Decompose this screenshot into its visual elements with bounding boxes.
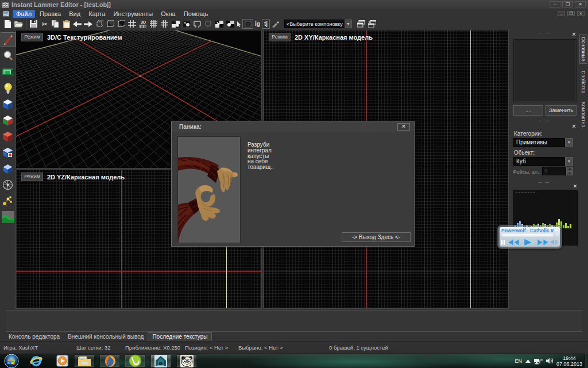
show-all-icon[interactable] <box>225 19 235 29</box>
layout-combobox-value[interactable]: <Выберите компоновку <box>284 20 345 28</box>
paste-icon[interactable] <box>61 19 72 29</box>
tab-recent-textures[interactable]: Последние текстуры <box>148 332 212 341</box>
layout-combobox-dropdown-icon[interactable]: ▼ <box>345 20 352 28</box>
player-forward-button[interactable] <box>536 239 550 246</box>
player-pause-icon[interactable] <box>501 240 505 245</box>
faces-spinner-buttons[interactable]: ▲▼ <box>566 167 573 175</box>
tray-network-icon[interactable] <box>534 358 543 365</box>
menu-edit[interactable]: Правка <box>36 10 64 18</box>
decal-tool-icon[interactable] <box>1 145 15 159</box>
block-tool-icon[interactable] <box>1 97 15 111</box>
smaller-grid-icon[interactable] <box>148 19 159 29</box>
toggle-texture-tool-icon[interactable] <box>1 113 15 127</box>
object-combobox-dropdown-icon[interactable]: ▼ <box>565 157 573 166</box>
apply-current-texture-icon[interactable] <box>192 19 203 29</box>
menu-help[interactable]: Помощь <box>180 10 212 18</box>
player-arrows-icon[interactable]: ▲▼ <box>555 228 559 237</box>
taskbar-media-player-icon[interactable] <box>52 354 73 367</box>
tray-clock[interactable]: 19:44 07.06.2013 <box>556 355 582 367</box>
texture-application-icon[interactable] <box>170 19 181 29</box>
taskbar-ie-icon[interactable] <box>26 354 47 367</box>
tab-main[interactable]: Основные <box>579 34 587 64</box>
camera-tool-icon[interactable] <box>1 65 15 79</box>
entity-tool-icon[interactable] <box>1 81 15 95</box>
texture-section-close-icon[interactable]: ✕ <box>571 32 577 37</box>
save-icon[interactable] <box>28 19 39 29</box>
undo-icon[interactable] <box>72 19 83 29</box>
player-play-button[interactable] <box>523 237 534 247</box>
player-volume-icon[interactable] <box>551 239 558 245</box>
clipping-tool-icon[interactable] <box>1 162 15 175</box>
copy-icon[interactable] <box>50 19 61 29</box>
viewport-xy-mode-button[interactable]: Режим <box>269 33 291 41</box>
carve-icon[interactable] <box>94 19 105 29</box>
tile-windows-icon[interactable]: $ <box>366 19 377 29</box>
menu-windows[interactable]: Окна <box>157 10 179 18</box>
texture-lock-toggle-icon[interactable]: tj <box>262 19 270 29</box>
tab-compact[interactable]: Компактно <box>580 100 587 129</box>
faces-spinner[interactable]: 6 ▲▼ <box>542 167 573 175</box>
ungroup-icon[interactable] <box>115 19 126 29</box>
tray-volume-icon[interactable] <box>546 358 553 364</box>
viewport-yz-mode-button[interactable]: Режим <box>21 172 43 181</box>
tab-editor-console[interactable]: Консоль редактора <box>5 333 64 341</box>
panel-grip[interactable] <box>539 121 549 122</box>
taskbar-firefox-icon[interactable] <box>99 354 120 367</box>
displacement-tool-icon[interactable] <box>1 210 15 224</box>
larger-grid-icon[interactable] <box>159 19 170 29</box>
taskbar-utorrent-icon[interactable] <box>125 354 145 367</box>
mdi-close-button[interactable]: ✕ <box>577 11 585 16</box>
category-combobox-dropdown-icon[interactable]: ▼ <box>565 138 573 147</box>
panel-grip[interactable] <box>539 33 549 34</box>
cascade-windows-icon[interactable] <box>355 19 366 29</box>
texture-lock-icon[interactable] <box>242 19 253 29</box>
open-file-icon[interactable] <box>13 19 24 29</box>
maximize-button[interactable]: ❐ <box>562 1 573 7</box>
hide-selected-icon[interactable] <box>214 19 225 29</box>
toggle-grid-icon[interactable] <box>126 19 137 29</box>
console-output[interactable] <box>6 310 582 332</box>
dialog-exit-button[interactable]: -> Выход Здесь <- <box>342 232 411 242</box>
minimize-button[interactable]: – <box>550 1 560 7</box>
mini-player[interactable]: Powerwolf - Catholic In The ▲▼ <box>497 225 562 249</box>
layout-combobox[interactable]: <Выберите компоновку ▼ <box>284 20 352 28</box>
new-file-icon[interactable] <box>2 19 13 29</box>
taskbar-editor-icon[interactable] <box>150 354 171 367</box>
brush-icon[interactable] <box>270 19 281 29</box>
start-button[interactable] <box>2 354 21 367</box>
apply-decal-icon[interactable] <box>203 19 214 29</box>
replace-texture-button[interactable]: Заменить <box>546 105 577 116</box>
taskbar-cat-app-icon[interactable] <box>176 354 197 367</box>
viz-section-close-icon[interactable]: ✕ <box>572 184 578 189</box>
dialog-close-icon[interactable]: ✕ <box>397 123 410 131</box>
menu-tools[interactable]: Инструменты <box>110 10 157 18</box>
toggle-3d-grid-icon[interactable]: 3D <box>137 19 148 29</box>
player-rewind-button[interactable] <box>507 239 521 246</box>
menu-map[interactable]: Карта <box>85 10 109 18</box>
taskbar-explorer-icon[interactable] <box>74 354 95 367</box>
close-button[interactable]: ✕ <box>575 1 586 7</box>
cut-icon[interactable]: ✂ <box>39 19 50 29</box>
redo-icon[interactable] <box>83 19 94 29</box>
panel-grip[interactable] <box>539 182 549 183</box>
menu-view[interactable]: Вид <box>65 10 84 18</box>
path-tool-icon[interactable] <box>1 194 15 208</box>
browse-texture-button[interactable]: .... <box>513 105 543 116</box>
tray-language[interactable]: EN <box>514 358 522 364</box>
category-combobox[interactable]: Примитивы ▼ <box>513 138 573 147</box>
object-combobox[interactable]: Куб ▼ <box>513 157 573 166</box>
tray-expand-icon[interactable] <box>525 359 531 363</box>
menu-file[interactable]: Файл <box>13 10 35 18</box>
mdi-restore-button[interactable]: ❐ <box>567 11 575 16</box>
magnify-tool-icon[interactable] <box>1 49 15 63</box>
viewport-3d-mode-button[interactable]: Режим <box>21 33 43 41</box>
selection-tool-icon[interactable] <box>1 33 15 47</box>
texture-replace-icon[interactable] <box>181 19 192 29</box>
object-section-close-icon[interactable]: ✕ <box>571 124 577 129</box>
category-combobox-value[interactable]: Примитивы <box>513 138 565 147</box>
tab-external-console[interactable]: Внешний консольный вывод <box>64 333 148 341</box>
player-progress-bar[interactable] <box>502 234 553 236</box>
vertex-tool-icon[interactable] <box>1 178 15 191</box>
ignore-groups-icon[interactable]: ig <box>253 19 262 29</box>
tab-properties[interactable]: Свойства <box>580 69 587 95</box>
